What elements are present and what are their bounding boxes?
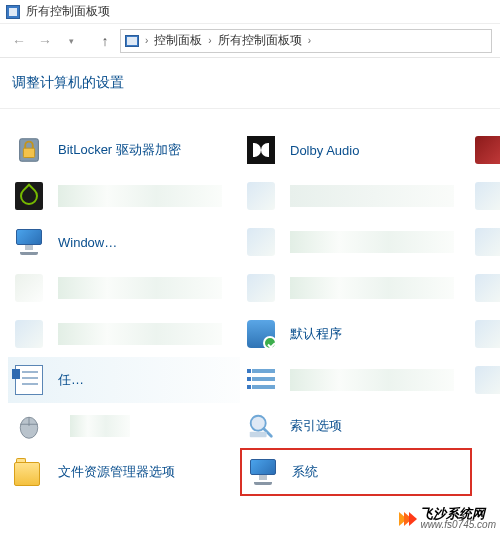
item-blurred[interactable] [240,173,472,219]
list-icon [244,363,278,397]
blurred-label [290,277,454,299]
chevron-right-icon: › [306,35,313,46]
item-label: 系统 [292,463,318,481]
item-mouse[interactable] [8,403,240,449]
breadcrumb-item[interactable]: 控制面板 [154,32,202,49]
nvidia-icon [12,179,46,213]
generic-icon [472,271,500,305]
item-label: 任… [58,371,84,389]
blurred-label [58,185,222,207]
item-default-programs[interactable]: 默认程序 [240,311,472,357]
generic-icon [472,317,500,351]
blurred-label [58,323,222,345]
generic-icon [12,317,46,351]
item-dolby[interactable]: Dolby Audio [240,127,472,173]
item-system[interactable]: 系统 [240,448,472,496]
dolby-icon [244,133,278,167]
item-bitlocker[interactable]: BitLocker 驱动器加密 [8,127,240,173]
item-tasks[interactable]: 任… [8,357,240,403]
item-label: BitLocker 驱动器加密 [58,141,181,159]
blurred-label [58,277,222,299]
generic-icon [244,179,278,213]
item-folder-options[interactable]: 文件资源管理器选项 [8,449,240,495]
dropdown-history-button[interactable]: ▾ [60,30,82,52]
up-button[interactable]: ↑ [94,30,116,52]
folder-options-icon [12,455,46,489]
item-red[interactable] [472,127,492,173]
forward-button[interactable]: → [34,30,56,52]
monitor-icon [12,225,46,259]
check-icon [244,317,278,351]
control-panel-mini-icon [125,35,139,47]
generic-icon [472,363,500,397]
svg-rect-7 [250,432,267,438]
item-windows[interactable]: Window… [8,219,240,265]
item-label: 索引选项 [290,417,342,435]
back-button[interactable]: ← [8,30,30,52]
svg-rect-1 [23,148,34,157]
divider [0,108,500,109]
address-bar[interactable]: › 控制面板 › 所有控制面板项 › [120,29,492,53]
computer-icon [246,455,280,489]
red-shield-icon [472,133,500,167]
lock-icon [12,133,46,167]
nav-bar: ← → ▾ ↑ › 控制面板 › 所有控制面板项 › [0,24,500,58]
watermark-logo [399,512,414,526]
item-blurred[interactable] [472,219,492,265]
item-blurred[interactable] [240,219,472,265]
items-grid: BitLocker 驱动器加密 Dolby Audio Window… [0,127,500,496]
item-blurred[interactable] [472,173,492,219]
breadcrumb-item[interactable]: 所有控制面板项 [218,32,302,49]
item-blurred[interactable] [240,357,472,403]
chevron-right-icon: › [206,35,213,46]
item-blurred[interactable] [472,403,492,449]
generic-icon [472,225,500,259]
checklist-icon [12,363,46,397]
item-blurred[interactable] [240,265,472,311]
blurred-label [290,231,454,253]
item-blurred[interactable] [8,311,240,357]
item-blurred[interactable] [472,265,492,311]
blurred-label [70,415,130,437]
generic-icon [244,271,278,305]
blurred-label [290,185,454,207]
item-label: Dolby Audio [290,143,359,158]
control-panel-icon [6,5,20,19]
title-bar: 所有控制面板项 [0,0,500,24]
watermark: 飞沙系统网 www.fs0745.com [399,507,496,530]
generic-icon [12,271,46,305]
mouse-icon [12,409,46,443]
watermark-url: www.fs0745.com [420,520,496,530]
blurred-label [290,369,454,391]
magnifier-icon [244,409,278,443]
item-label: Window… [58,235,117,250]
item-indexing[interactable]: 索引选项 [240,403,472,449]
page-title: 调整计算机的设置 [0,58,500,108]
chevron-right-icon: › [143,35,150,46]
item-label: 文件资源管理器选项 [58,463,175,481]
window-title: 所有控制面板项 [26,3,110,20]
generic-icon [244,225,278,259]
item-blurred[interactable] [472,311,492,357]
item-label: 默认程序 [290,325,342,343]
item-blurred[interactable] [8,265,240,311]
generic-icon [472,179,500,213]
item-nvidia[interactable] [8,173,240,219]
item-blurred[interactable] [472,357,492,403]
